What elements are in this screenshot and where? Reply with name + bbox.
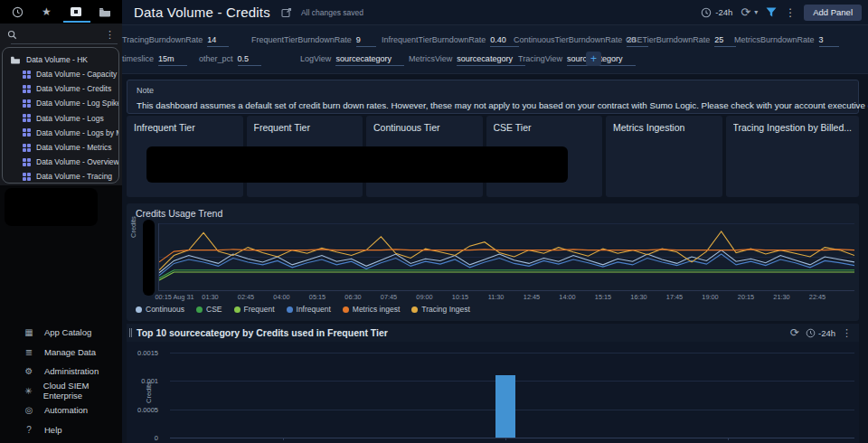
trend-x-tick: 00:15 Aug 31 <box>155 293 193 301</box>
parameter-value-input[interactable]: 15m <box>158 54 187 66</box>
sidebar-bottom-item-label: Administration <box>44 366 99 376</box>
chevron-down-icon[interactable]: ▾ <box>754 8 758 16</box>
trend-x-tick: 21:30 <box>773 293 789 301</box>
sidebar-bottom-item-label: Cloud SIEM Enterprise <box>43 381 122 401</box>
bar-sourcecategory[interactable] <box>495 375 515 438</box>
parameter-value-input[interactable]: 9 <box>356 35 376 47</box>
parameter-value-input[interactable]: 14 <box>207 35 229 47</box>
add-parameter-button[interactable]: + <box>586 52 601 66</box>
sidebar-item-dashboard[interactable]: Data Volume - Metrics <box>3 140 118 155</box>
parameter-label: MetricsView <box>409 54 452 63</box>
trend-x-tick: 02:45 <box>238 293 254 301</box>
time-range-label[interactable]: -24h <box>715 7 732 17</box>
open-folder-icon[interactable] <box>98 5 112 19</box>
parameter-value-input[interactable]: 25 <box>714 35 736 47</box>
drag-handle-icon[interactable] <box>129 328 132 337</box>
sidebar-item-dashboard[interactable]: Data Volume - Credits <box>3 81 118 96</box>
sidebar-item-label: Data Volume - Logs by Metadat... <box>36 128 118 137</box>
top10-x-tick-mark <box>728 438 729 440</box>
gridline <box>170 353 854 353</box>
search-icon[interactable] <box>7 30 17 40</box>
share-icon[interactable] <box>281 7 292 18</box>
trend-x-tick: 10:15 <box>452 293 468 301</box>
trend-plot-area <box>158 223 854 291</box>
sidebar-item-label: Data Volume - Log Spikes <box>36 99 118 108</box>
parameter-value-input[interactable]: 0.5 <box>238 54 262 66</box>
parameter-value-input[interactable]: 3 <box>819 35 839 47</box>
sidebar-bottom-item-label: Help <box>44 425 62 435</box>
sidebar-menu-kebab-icon[interactable]: ⋮ <box>105 29 115 41</box>
dashboard-grid-icon <box>23 99 31 108</box>
top10-x-tick-mark <box>283 438 284 440</box>
legend-item[interactable]: Continuous <box>136 305 184 314</box>
administration-gear-icon: ⚙ <box>24 366 34 377</box>
trend-legend: Continuous CSE Frequent Infreque <box>136 305 470 314</box>
refresh-icon[interactable]: ⟳ <box>741 5 750 19</box>
dashboard-folder-tree: Data Volume - HK Data Volume - Capacity … <box>2 47 119 184</box>
legend-item[interactable]: Metrics ingest <box>343 305 400 314</box>
sidebar-item-dashboard[interactable]: Data Volume - Tracing <box>3 169 118 184</box>
folder-row-data-volume-hk[interactable]: Data Volume - HK <box>3 52 118 67</box>
trend-x-tick: 22:45 <box>809 293 826 301</box>
parameter-value-input[interactable]: sourcecategory <box>457 54 525 66</box>
filter-icon[interactable] <box>766 7 777 17</box>
redacted-block <box>5 188 98 226</box>
sidebar-library-section: ⋮ Data Volume - HK D <box>0 24 122 185</box>
sidebar-bottom-item[interactable]: ≣ Manage Data <box>0 343 122 363</box>
sidebar-bottom-item[interactable]: ? Help <box>0 420 122 440</box>
dashboard-grid-icon <box>23 71 31 79</box>
library-tab-icon[interactable] <box>69 5 83 19</box>
legend-label: CSE <box>206 305 222 314</box>
sidebar-item-dashboard[interactable]: Data Volume - Logs <box>3 111 118 126</box>
sidebar-item-label: Data Volume - Logs <box>36 114 104 123</box>
legend-color-dot <box>411 306 418 313</box>
tier-panel: Metrics Ingestion <box>606 116 722 197</box>
top10-sourcecategory-panel: Top 10 sourcecategory by Credits used in… <box>127 324 859 443</box>
parameter-label: FrequentTierBurndownRate <box>251 35 352 44</box>
recents-clock-icon[interactable] <box>10 5 24 19</box>
dashboard-header: Data Volume - Credits All changes saved … <box>122 0 868 25</box>
trend-lines-svg <box>159 223 854 290</box>
legend-label: Metrics ingest <box>353 305 400 314</box>
panel-clock-icon[interactable] <box>806 328 816 338</box>
sidebar-item-dashboard[interactable]: Data Volume - Overview <box>3 155 118 169</box>
add-panel-button[interactable]: Add Panel <box>804 5 862 21</box>
legend-item[interactable]: Tracing Ingest <box>411 305 470 314</box>
sidebar-item-dashboard[interactable]: Data Volume - Capacity Utilizati... <box>3 67 118 81</box>
legend-item[interactable]: CSE <box>196 305 222 314</box>
sidebar-item-label: Data Volume - Credits <box>36 84 111 93</box>
parameter-label: MetricsBurndownRate <box>734 35 815 44</box>
legend-item[interactable]: Infrequent <box>287 305 331 314</box>
top10-y-tick-label: 0.0015 <box>137 349 158 357</box>
note-text: This dashboard assumes a default set of … <box>137 100 849 110</box>
parameter: InfrequentTierBurndownRate0.40 <box>382 35 519 47</box>
legend-item[interactable]: Frequent <box>234 305 275 314</box>
panel-refresh-icon[interactable]: ⟳ <box>790 326 799 339</box>
parameter-label: CSETierBurndownRate <box>626 35 710 44</box>
header-kebab-icon[interactable]: ⋮ <box>785 6 796 19</box>
legend-label: Frequent <box>244 305 275 314</box>
tier-panel-title: Metrics Ingestion <box>613 122 715 133</box>
time-range-clock-icon[interactable] <box>701 7 712 18</box>
trend-x-tick: 20:15 <box>738 293 754 301</box>
sidebar-bottom-item[interactable]: ✳ Cloud SIEM Enterprise <box>0 382 122 401</box>
panel-time-range-label[interactable]: -24h <box>818 328 835 338</box>
legend-color-dot <box>136 306 142 313</box>
sidebar-bottom-item[interactable]: ⚙ Administration <box>0 362 122 382</box>
dashboard-grid-icon <box>23 158 31 166</box>
sidebar-bottom-item[interactable]: ◎ Automation <box>0 401 122 420</box>
dashboard-list: Data Volume - Capacity Utilizati... Data… <box>3 67 118 184</box>
panel-kebab-icon[interactable]: ⋮ <box>842 327 852 339</box>
sidebar-bottom-item-label: Manage Data <box>44 347 96 357</box>
tier-panel-title: Frequent Tier <box>254 122 356 133</box>
sidebar-item-label: Data Volume - Tracing <box>36 172 112 181</box>
sidebar-bottom-item[interactable]: ▦ App Catalog <box>0 323 122 343</box>
sidebar-item-dashboard[interactable]: Data Volume - Logs by Metadat... <box>3 126 118 140</box>
parameter-value-input[interactable]: sourcecategory <box>335 54 404 66</box>
top10-y-tick-label: 0.001 <box>141 377 158 385</box>
parameter: other_pct0.5 <box>199 54 261 66</box>
favorites-star-icon[interactable]: ★ <box>39 5 53 19</box>
trend-x-tick: 19:00 <box>702 293 718 301</box>
sidebar-item-dashboard[interactable]: Data Volume - Log Spikes <box>3 96 118 110</box>
folder-label: Data Volume - HK <box>26 55 88 64</box>
